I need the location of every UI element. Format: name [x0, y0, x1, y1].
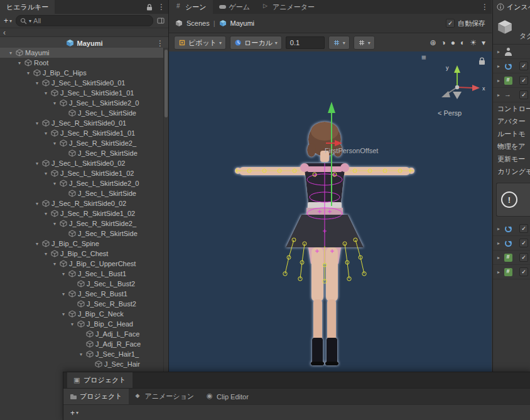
- component-enabled-checkbox[interactable]: ✓: [519, 224, 528, 233]
- foldout-arrow-icon[interactable]: ▾: [25, 70, 31, 76]
- foldout-arrow-icon[interactable]: ▾: [43, 251, 49, 257]
- hierarchy-row[interactable]: ▾ J_Sec_L_SkirtSide: [0, 188, 164, 198]
- hierarchy-row[interactable]: ▾ J_Sec_R_SkirtSide1_02: [0, 208, 164, 218]
- tab-inspector[interactable]: インスペ: [493, 0, 530, 14]
- component-row[interactable]: ▸ ✓: [493, 222, 530, 236]
- hierarchy-search-input[interactable]: ▾ All: [16, 15, 153, 26]
- hierarchy-row[interactable]: ▾ J_Sec_R_SkirtSide2_: [0, 138, 164, 148]
- foldout-arrow-icon[interactable]: ▸: [495, 255, 502, 261]
- foldout-arrow-icon[interactable]: ▾: [60, 271, 67, 277]
- foldout-arrow-icon[interactable]: ▾: [43, 171, 49, 176]
- hierarchy-row[interactable]: ▾ J_Sec_R_SkirtSide0_01: [0, 118, 164, 128]
- foldout-arrow-icon[interactable]: ▾: [8, 50, 14, 56]
- tab-project[interactable]: プロジェクト: [63, 389, 129, 404]
- foldout-arrow-icon[interactable]: ▸: [495, 49, 502, 55]
- foldout-arrow-icon[interactable]: ▾: [34, 121, 40, 126]
- scene-canvas[interactable]: FirstPersonOffset y x < Persp: [169, 51, 492, 420]
- component-row[interactable]: ▸ ✓: [493, 45, 530, 59]
- hierarchy-row[interactable]: ▾ J_Bip_C_Spine: [0, 239, 164, 249]
- hierarchy-row[interactable]: ▾ J_Sec_R_Bust1: [0, 289, 164, 299]
- component-enabled-checkbox[interactable]: ✓: [519, 62, 528, 70]
- component-enabled-checkbox[interactable]: ✓: [519, 267, 528, 276]
- hierarchy-kebab-menu-icon[interactable]: ⋮: [154, 0, 168, 14]
- scene-visibility-toggle[interactable]: ◐: [460, 38, 465, 47]
- handle-space-dropdown[interactable]: ローカル ▾: [230, 36, 282, 50]
- hierarchy-row[interactable]: ▾ Root: [0, 58, 164, 68]
- tab-scene[interactable]: シーン: [169, 0, 213, 14]
- project-add-button[interactable]: + ▾: [69, 409, 80, 417]
- hierarchy-row[interactable]: ▾ J_Sec_Hair1_: [0, 349, 164, 359]
- foldout-arrow-icon[interactable]: ▾: [60, 311, 67, 317]
- hierarchy-row[interactable]: ▾ J_Sec_L_SkirtSide0_01: [0, 78, 164, 88]
- grid-snap-button[interactable]: ▾: [328, 36, 350, 50]
- hierarchy-row[interactable]: ▾ J_Sec_L_SkirtSide: [0, 108, 164, 118]
- component-row[interactable]: ▸ ✓: [493, 73, 530, 88]
- foldout-arrow-icon[interactable]: ▾: [60, 291, 67, 297]
- foldout-arrow-icon[interactable]: ▾: [34, 80, 40, 86]
- tab-animation[interactable]: アニメーション: [129, 389, 201, 404]
- foldout-arrow-icon[interactable]: ▸: [495, 226, 502, 232]
- foldout-arrow-icon[interactable]: ▾: [51, 221, 58, 227]
- foldout-arrow-icon[interactable]: ▾: [16, 60, 23, 66]
- snap-increment-field[interactable]: 0.1: [286, 36, 325, 49]
- hierarchy-row[interactable]: ▾ J_Sec_L_Bust1: [0, 269, 164, 279]
- foldout-arrow-icon[interactable]: ▸: [495, 269, 502, 275]
- foldout-arrow-icon[interactable]: ▾: [43, 90, 49, 96]
- foldout-arrow-icon[interactable]: ▾: [34, 161, 40, 166]
- foldout-arrow-icon[interactable]: ▾: [51, 100, 58, 106]
- breadcrumb-scene[interactable]: Scenes: [187, 19, 210, 27]
- tab-game[interactable]: ゲーム: [213, 0, 257, 14]
- component-row[interactable]: ▸ ✓: [493, 59, 530, 73]
- foldout-arrow-icon[interactable]: ▾: [51, 141, 58, 146]
- tab-hierarchy[interactable]: ヒエラルキー: [0, 0, 55, 14]
- foldout-arrow-icon[interactable]: ▾: [43, 211, 49, 217]
- foldout-arrow-icon[interactable]: ▾: [51, 261, 58, 267]
- snap-settings-button[interactable]: ▾: [354, 36, 375, 50]
- scene-viewport[interactable]: ≡: [169, 51, 492, 420]
- scene-effects-caret[interactable]: ▾: [482, 38, 485, 47]
- component-row[interactable]: ▸ ✓: [493, 236, 530, 250]
- component-row[interactable]: ▸ ✓: [493, 88, 530, 102]
- add-gameobject-button[interactable]: + ▾: [3, 16, 13, 25]
- component-enabled-checkbox[interactable]: ✓: [519, 239, 528, 247]
- perspective-label[interactable]: < Persp: [438, 109, 462, 117]
- autosave-checkbox[interactable]: ✓: [446, 19, 455, 28]
- scene-shading-toggle[interactable]: ●: [451, 38, 455, 47]
- hierarchy-row[interactable]: ▾ J_Sec_R_SkirtSide: [0, 148, 164, 158]
- foldout-arrow-icon[interactable]: ▸: [495, 240, 502, 246]
- lock-icon[interactable]: [144, 0, 154, 14]
- hierarchy-row[interactable]: ▾ J_Sec_L_SkirtSide1_01: [0, 88, 164, 98]
- hierarchy-row[interactable]: ▾ J_Sec_L_SkirtSide2_0: [0, 98, 164, 108]
- hierarchy-row[interactable]: ▾ J_Sec_Hair: [0, 359, 164, 369]
- tab-clip-editor[interactable]: Clip Editor: [200, 389, 255, 404]
- scene-effects-toggle[interactable]: ☀: [470, 38, 477, 47]
- hierarchy-row[interactable]: ▾ J_Sec_R_SkirtSide1_01: [0, 128, 164, 138]
- view-orientation-gizmo[interactable]: y x: [441, 65, 485, 99]
- hierarchy-row[interactable]: ▾ J_Bip_C_UpperChest: [0, 259, 164, 269]
- foldout-arrow-icon[interactable]: ▸: [495, 78, 502, 83]
- scene-lighting-toggle[interactable]: ⊕: [430, 38, 436, 47]
- hierarchy-scrollbar[interactable]: [163, 48, 168, 420]
- breadcrumb-prefab[interactable]: Mayumi: [230, 19, 255, 27]
- hierarchy-row[interactable]: ▾ J_Bip_C_Hips: [0, 68, 164, 78]
- scene-audio-toggle[interactable]: ◑: [441, 38, 445, 47]
- foldout-arrow-icon[interactable]: ▾: [69, 321, 75, 327]
- hierarchy-row[interactable]: ▾ J_Sec_R_SkirtSide0_02: [0, 198, 164, 208]
- viewport-lock-icon[interactable]: [479, 58, 485, 65]
- tab-project-window[interactable]: プロジェクト: [67, 372, 132, 388]
- scene-kebab-menu-icon[interactable]: ⋮: [478, 0, 492, 14]
- hierarchy-row[interactable]: ▾ J_Sec_L_SkirtSide0_02: [0, 158, 164, 168]
- tab-animator[interactable]: アニメーター: [256, 0, 321, 14]
- foldout-arrow-icon[interactable]: ▾: [43, 131, 49, 136]
- component-enabled-checkbox[interactable]: ✓: [519, 253, 528, 262]
- foldout-arrow-icon[interactable]: ▾: [34, 241, 40, 247]
- hierarchy-row[interactable]: ▾ J_Bip_C_Head: [0, 319, 164, 329]
- hierarchy-row[interactable]: ▾ J_Sec_L_SkirtSide1_02: [0, 168, 164, 178]
- hierarchy-row[interactable]: ▾ J_Sec_L_SkirtSide2_0: [0, 178, 164, 188]
- hierarchy-row[interactable]: ▾ J_Adj_L_Face: [0, 329, 164, 339]
- component-row[interactable]: ▸ ✓: [493, 265, 530, 279]
- pivot-dropdown[interactable]: ピボット ▾: [174, 36, 226, 50]
- hierarchy-row[interactable]: ▾ J_Sec_L_Bust2: [0, 279, 164, 289]
- hierarchy-row[interactable]: ▾ J_Bip_C_Neck: [0, 309, 164, 319]
- component-row[interactable]: ▸ ✓: [493, 250, 530, 265]
